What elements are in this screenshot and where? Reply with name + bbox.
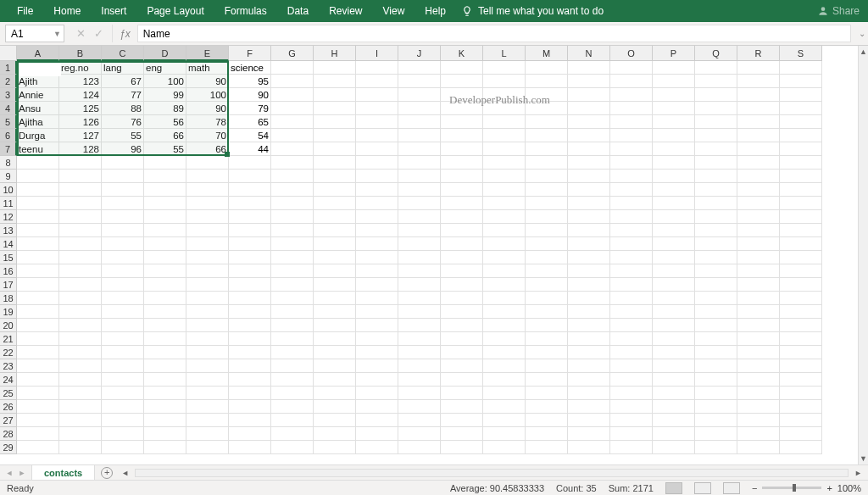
cell-Q17[interactable] (695, 278, 737, 292)
row-header-12[interactable]: 12 (0, 210, 17, 224)
cell-A22[interactable] (17, 346, 59, 359)
cell-E18[interactable] (186, 292, 229, 305)
zoom-out-icon[interactable]: − (752, 483, 757, 493)
add-sheet-button[interactable]: + (95, 465, 119, 480)
cell-G2[interactable] (271, 75, 314, 88)
row-header-5[interactable]: 5 (0, 115, 17, 129)
cell-M13[interactable] (526, 224, 568, 237)
cell-Q19[interactable] (695, 305, 737, 319)
cell-H13[interactable] (314, 224, 356, 237)
cell-F4[interactable]: 79 (229, 102, 271, 115)
cell-K20[interactable] (441, 319, 483, 332)
cell-F7[interactable]: 44 (229, 142, 271, 156)
cell-M10[interactable] (526, 183, 568, 197)
cell-L20[interactable] (483, 319, 526, 332)
cell-K10[interactable] (441, 183, 483, 197)
cell-C11[interactable] (102, 197, 144, 210)
col-header-N[interactable]: N (568, 46, 610, 61)
cell-C16[interactable] (102, 264, 144, 278)
cell-N10[interactable] (568, 183, 610, 197)
row-header-3[interactable]: 3 (0, 88, 17, 102)
cell-O27[interactable] (610, 414, 653, 427)
cell-H1[interactable] (314, 61, 356, 75)
row-header-14[interactable]: 14 (0, 237, 17, 251)
cell-M26[interactable] (526, 400, 568, 414)
cell-D7[interactable]: 55 (144, 142, 186, 156)
cell-N27[interactable] (568, 414, 610, 427)
cell-A15[interactable] (17, 251, 59, 264)
cell-D3[interactable]: 99 (144, 88, 186, 102)
cell-A4[interactable]: Ansu (17, 102, 59, 115)
cell-E21[interactable] (186, 332, 229, 346)
cell-B29[interactable] (59, 441, 102, 454)
cell-C23[interactable] (102, 359, 144, 373)
cell-A13[interactable] (17, 224, 59, 237)
cell-P3[interactable] (653, 88, 695, 102)
cell-K24[interactable] (441, 373, 483, 387)
cell-P25[interactable] (653, 387, 695, 400)
cell-M1[interactable] (526, 61, 568, 75)
ribbon-tab-help[interactable]: Help (415, 0, 456, 22)
cell-H28[interactable] (314, 427, 356, 441)
cell-L1[interactable] (483, 61, 526, 75)
view-page-layout-button[interactable] (694, 482, 711, 494)
cell-G11[interactable] (271, 197, 314, 210)
cell-B11[interactable] (59, 197, 102, 210)
cell-R8[interactable] (737, 156, 780, 170)
cell-S14[interactable] (780, 237, 822, 251)
cell-Q13[interactable] (695, 224, 737, 237)
cell-Q22[interactable] (695, 346, 737, 359)
cell-E26[interactable] (186, 400, 229, 414)
cell-P22[interactable] (653, 346, 695, 359)
cell-K9[interactable] (441, 170, 483, 183)
cell-I6[interactable] (356, 129, 398, 142)
cell-D17[interactable] (144, 278, 186, 292)
cell-S15[interactable] (780, 251, 822, 264)
cell-M27[interactable] (526, 414, 568, 427)
cell-F18[interactable] (229, 292, 271, 305)
cell-A6[interactable]: Durga (17, 129, 59, 142)
cell-H27[interactable] (314, 414, 356, 427)
cell-P11[interactable] (653, 197, 695, 210)
cell-D18[interactable] (144, 292, 186, 305)
cell-N19[interactable] (568, 305, 610, 319)
cell-M19[interactable] (526, 305, 568, 319)
cell-A16[interactable] (17, 264, 59, 278)
vertical-scrollbar[interactable]: ▲ ▼ (858, 46, 868, 464)
col-header-J[interactable]: J (398, 46, 441, 61)
cell-K13[interactable] (441, 224, 483, 237)
cell-C2[interactable]: 67 (102, 75, 144, 88)
cell-B25[interactable] (59, 387, 102, 400)
cell-E9[interactable] (186, 170, 229, 183)
cell-E10[interactable] (186, 183, 229, 197)
cell-I8[interactable] (356, 156, 398, 170)
cell-Q12[interactable] (695, 210, 737, 224)
cell-O6[interactable] (610, 129, 653, 142)
cell-C26[interactable] (102, 400, 144, 414)
cell-E3[interactable]: 100 (186, 88, 229, 102)
cell-N20[interactable] (568, 319, 610, 332)
cell-D29[interactable] (144, 441, 186, 454)
cell-N28[interactable] (568, 427, 610, 441)
cell-H26[interactable] (314, 400, 356, 414)
cell-A7[interactable]: teenu (17, 142, 59, 156)
cell-E6[interactable]: 70 (186, 129, 229, 142)
cell-R14[interactable] (737, 237, 780, 251)
cell-M14[interactable] (526, 237, 568, 251)
cell-F22[interactable] (229, 346, 271, 359)
cell-E11[interactable] (186, 197, 229, 210)
cell-F25[interactable] (229, 387, 271, 400)
cell-S24[interactable] (780, 373, 822, 387)
cell-I2[interactable] (356, 75, 398, 88)
cell-I1[interactable] (356, 61, 398, 75)
cell-D27[interactable] (144, 414, 186, 427)
cell-H15[interactable] (314, 251, 356, 264)
cell-L2[interactable] (483, 75, 526, 88)
cell-G9[interactable] (271, 170, 314, 183)
cell-R27[interactable] (737, 414, 780, 427)
cell-B16[interactable] (59, 264, 102, 278)
cell-Q25[interactable] (695, 387, 737, 400)
cell-J17[interactable] (398, 278, 441, 292)
cell-N14[interactable] (568, 237, 610, 251)
cell-F20[interactable] (229, 319, 271, 332)
